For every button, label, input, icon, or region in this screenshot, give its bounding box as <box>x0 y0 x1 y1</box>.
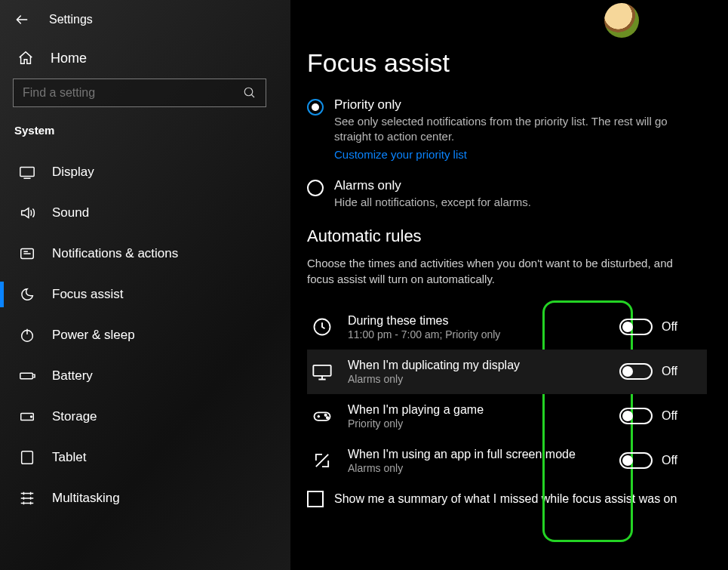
toggle-state: Off <box>662 320 677 334</box>
home-label: Home <box>51 51 87 66</box>
avatar <box>604 3 639 38</box>
clock-icon <box>310 315 334 339</box>
sidebar-item-label: Storage <box>52 409 97 424</box>
sidebar-item-label: Power & sleep <box>52 328 135 343</box>
home-icon <box>17 50 34 66</box>
rule-duplicating-display[interactable]: When I'm duplicating my display Alarms o… <box>307 350 707 394</box>
sidebar-item-label: Focus assist <box>52 287 123 302</box>
battery-icon <box>19 368 35 384</box>
radio-priority-only[interactable]: Priority only See only selected notifica… <box>307 97 699 162</box>
storage-icon <box>19 408 35 425</box>
rule-toggle[interactable] <box>619 363 653 380</box>
svg-point-0 <box>244 88 253 96</box>
sidebar: Settings Home System Display Sound <box>0 0 290 570</box>
summary-checkbox-row[interactable]: Show me a summary of what I missed while… <box>307 491 705 507</box>
multitasking-icon <box>19 490 35 507</box>
rules-section-title: Automatic rules <box>307 226 705 246</box>
sidebar-item-focus-assist[interactable]: Focus assist <box>11 274 279 315</box>
svg-rect-4 <box>20 373 33 378</box>
toggle-state: Off <box>662 365 677 378</box>
app-title: Settings <box>49 13 93 26</box>
sidebar-item-label: Multitasking <box>52 491 120 506</box>
rule-during-times[interactable]: During these times 11:00 pm - 7:00 am; P… <box>307 305 707 350</box>
search-icon <box>243 86 256 100</box>
rule-playing-game[interactable]: When I'm playing a game Priority only Of… <box>307 394 707 439</box>
radio-desc: Hide all notifications, except for alarm… <box>334 195 531 210</box>
gamepad-icon <box>310 404 334 428</box>
rule-title: When I'm using an app in full screen mod… <box>348 448 606 461</box>
sound-icon <box>19 205 35 221</box>
toggle-state: Off <box>662 454 677 467</box>
rule-title: When I'm duplicating my display <box>348 359 606 372</box>
svg-point-12 <box>327 417 328 418</box>
svg-point-11 <box>325 414 327 416</box>
main-content: Focus assist Priority only See only sele… <box>290 0 728 570</box>
radio-desc: See only selected notifications from the… <box>334 114 699 145</box>
toggle-state: Off <box>662 409 677 423</box>
rule-title: During these times <box>348 314 606 328</box>
sidebar-item-power-sleep[interactable]: Power & sleep <box>11 315 279 356</box>
rule-subtitle: Priority only <box>348 417 606 430</box>
sidebar-item-label: Sound <box>52 205 89 220</box>
rule-fullscreen-app[interactable]: When I'm using an app in full screen mod… <box>307 439 707 483</box>
category-label: System <box>11 124 279 152</box>
home-button[interactable]: Home <box>11 42 279 77</box>
rule-title: When I'm playing a game <box>348 403 606 417</box>
display-icon <box>19 164 35 180</box>
rules-list: During these times 11:00 pm - 7:00 am; P… <box>307 305 705 507</box>
summary-checkbox[interactable] <box>307 491 324 507</box>
sidebar-item-label: Tablet <box>52 450 86 465</box>
rule-subtitle: Alarms only <box>348 462 606 474</box>
sidebar-item-battery[interactable]: Battery <box>11 356 279 396</box>
notifications-icon <box>19 245 35 262</box>
rules-section-desc: Choose the times and activities when you… <box>307 255 692 287</box>
customize-priority-link[interactable]: Customize your priority list <box>334 148 467 161</box>
nav-list: Display Sound Notifications & actions Fo… <box>11 152 279 519</box>
radio-button[interactable] <box>307 180 324 196</box>
sidebar-item-multitasking[interactable]: Multitasking <box>11 478 279 519</box>
radio-alarms-only[interactable]: Alarms only Hide all notifications, exce… <box>307 178 699 210</box>
focus-assist-icon <box>19 286 35 303</box>
rule-subtitle: Alarms only <box>348 373 606 385</box>
rule-toggle[interactable] <box>619 452 653 469</box>
sidebar-item-display[interactable]: Display <box>11 152 279 193</box>
back-button[interactable] <box>13 11 31 29</box>
sidebar-item-label: Battery <box>52 368 93 384</box>
sidebar-item-label: Display <box>52 165 94 180</box>
sidebar-item-notifications[interactable]: Notifications & actions <box>11 233 279 274</box>
svg-rect-1 <box>20 168 34 177</box>
monitor-icon <box>310 359 334 384</box>
power-icon <box>19 327 35 344</box>
radio-button[interactable] <box>307 99 324 116</box>
rule-toggle[interactable] <box>619 319 653 335</box>
page-title: Focus assist <box>307 48 705 78</box>
search-input-container[interactable] <box>13 79 266 107</box>
tablet-icon <box>19 449 35 466</box>
fullscreen-icon <box>310 448 334 473</box>
svg-rect-9 <box>313 365 330 376</box>
sidebar-item-tablet[interactable]: Tablet <box>11 437 279 478</box>
search-input[interactable] <box>23 86 234 100</box>
rule-subtitle: 11:00 pm - 7:00 am; Priority only <box>348 328 606 340</box>
sidebar-item-sound[interactable]: Sound <box>11 193 279 233</box>
back-icon <box>14 12 29 27</box>
sidebar-item-storage[interactable]: Storage <box>11 396 279 437</box>
sidebar-item-label: Notifications & actions <box>52 246 178 261</box>
rule-toggle[interactable] <box>619 408 653 424</box>
radio-label: Priority only <box>334 97 699 112</box>
summary-checkbox-label: Show me a summary of what I missed while… <box>334 492 677 506</box>
radio-label: Alarms only <box>334 178 531 193</box>
svg-point-6 <box>31 416 32 417</box>
